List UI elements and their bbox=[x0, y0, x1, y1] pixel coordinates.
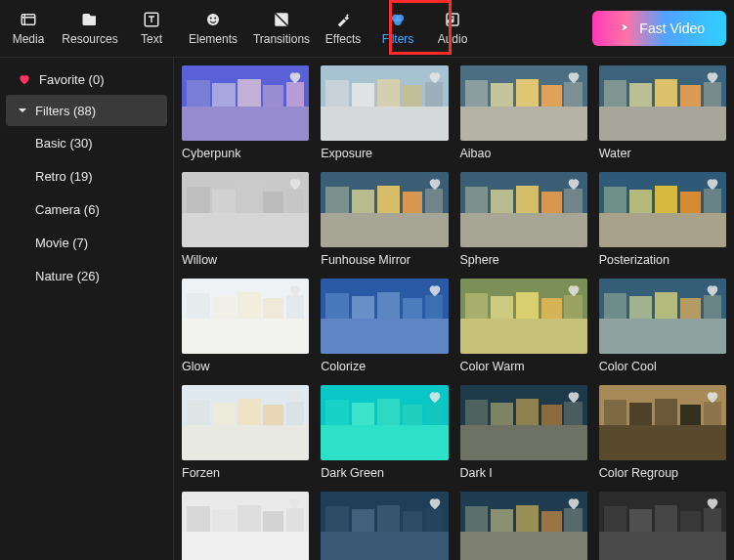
filter-tile[interactable]: Cyberpunk bbox=[182, 65, 309, 162]
main-area: Favorite (0) Filters (88) Basic (30)Retr… bbox=[0, 58, 734, 560]
filter-name: Posterization bbox=[599, 253, 726, 269]
toolbar-transitions-label: Transitions bbox=[253, 32, 310, 46]
filter-tile[interactable]: Forzen bbox=[182, 385, 309, 482]
favorite-heart-icon[interactable] bbox=[427, 495, 443, 511]
toolbar-elements-label: Elements bbox=[189, 32, 237, 46]
filter-name: Dark Green bbox=[321, 466, 448, 482]
sidebar-sub-movie[interactable]: Movie (7) bbox=[0, 226, 173, 259]
favorite-heart-icon[interactable] bbox=[287, 282, 303, 298]
filter-tile[interactable]: Posterization bbox=[599, 172, 726, 269]
filter-name: Color Warm bbox=[460, 360, 587, 375]
sidebar-sub-label: Basic (30) bbox=[35, 136, 93, 151]
sidebar-sub-camera[interactable]: Camera (6) bbox=[0, 193, 173, 226]
toolbar-elements[interactable]: Elements bbox=[180, 6, 246, 51]
sidebar-sub-basic[interactable]: Basic (30) bbox=[0, 126, 173, 159]
sidebar-sub-label: Nature (26) bbox=[35, 269, 100, 283]
filter-tile[interactable]: Dark I bbox=[460, 385, 587, 482]
toolbar-effects[interactable]: Effects bbox=[317, 6, 369, 51]
sidebar-sub-nature[interactable]: Nature (26) bbox=[0, 259, 173, 292]
filter-thumbnail bbox=[460, 279, 587, 354]
filter-name: Color Regroup bbox=[599, 466, 726, 482]
filter-name: Forzen bbox=[182, 466, 309, 482]
elements-icon bbox=[204, 11, 222, 28]
filter-tile[interactable]: Funhouse Mirror bbox=[321, 172, 448, 269]
filter-thumbnail bbox=[321, 492, 448, 560]
filter-name: Glow bbox=[182, 360, 309, 375]
filter-thumbnail bbox=[599, 385, 726, 460]
filter-grid-container: CyberpunkExposureAibaoWaterWillowFunhous… bbox=[174, 58, 734, 560]
filter-tile[interactable]: Exposure bbox=[321, 65, 448, 162]
filter-tile[interactable] bbox=[599, 492, 726, 560]
fast-video-button[interactable]: Fast Video bbox=[592, 11, 726, 46]
filter-name: Funhouse Mirror bbox=[321, 253, 448, 269]
filter-tile[interactable]: Willow bbox=[182, 172, 309, 269]
svg-point-3 bbox=[210, 18, 212, 20]
favorite-heart-icon[interactable] bbox=[705, 495, 720, 511]
favorite-heart-icon[interactable] bbox=[427, 282, 443, 298]
sidebar: Favorite (0) Filters (88) Basic (30)Retr… bbox=[0, 58, 174, 560]
sidebar-favorite-label: Favorite (0) bbox=[39, 72, 104, 87]
filters-icon bbox=[389, 11, 407, 28]
filter-name: Colorize bbox=[321, 360, 448, 375]
favorite-heart-icon[interactable] bbox=[427, 176, 443, 192]
filter-thumbnail bbox=[599, 279, 726, 354]
toolbar-filters[interactable]: Filters bbox=[371, 6, 424, 51]
favorite-heart-icon[interactable] bbox=[705, 176, 720, 192]
favorite-heart-icon[interactable] bbox=[566, 389, 582, 405]
favorite-heart-icon[interactable] bbox=[427, 69, 443, 85]
filter-name: Cyberpunk bbox=[182, 147, 309, 162]
favorite-heart-icon[interactable] bbox=[287, 389, 303, 405]
toolbar-resources-label: Resources bbox=[62, 32, 117, 46]
toolbar-transitions[interactable]: Transitions bbox=[248, 6, 315, 51]
filter-name: Water bbox=[599, 147, 726, 162]
favorite-heart-icon[interactable] bbox=[566, 282, 582, 298]
text-icon bbox=[143, 11, 160, 28]
filter-thumbnail bbox=[321, 172, 448, 247]
sidebar-favorite[interactable]: Favorite (0) bbox=[0, 64, 173, 95]
favorite-heart-icon[interactable] bbox=[287, 176, 303, 192]
filter-thumbnail bbox=[182, 385, 309, 460]
filter-tile[interactable]: Color Regroup bbox=[599, 385, 726, 482]
filter-thumbnail bbox=[460, 65, 587, 141]
favorite-heart-icon[interactable] bbox=[287, 495, 303, 511]
filter-thumbnail bbox=[599, 172, 726, 247]
favorite-heart-icon[interactable] bbox=[566, 69, 582, 85]
heart-icon bbox=[18, 72, 31, 86]
toolbar-media-label: Media bbox=[13, 32, 45, 46]
favorite-heart-icon[interactable] bbox=[705, 389, 720, 405]
filter-tile[interactable]: Glow bbox=[182, 279, 309, 375]
sidebar-sub-retro[interactable]: Retro (19) bbox=[0, 159, 173, 193]
filter-tile[interactable]: Colorize bbox=[321, 279, 448, 375]
filter-name: Dark I bbox=[460, 466, 587, 482]
audio-icon bbox=[444, 11, 461, 28]
favorite-heart-icon[interactable] bbox=[566, 495, 582, 511]
filter-tile[interactable] bbox=[321, 492, 448, 560]
toolbar-text[interactable]: Text bbox=[125, 6, 178, 51]
filter-tile[interactable]: Sphere bbox=[460, 172, 587, 269]
favorite-heart-icon[interactable] bbox=[287, 69, 303, 85]
filter-thumbnail bbox=[460, 385, 587, 460]
filter-thumbnail bbox=[321, 279, 448, 354]
filter-tile[interactable]: Color Cool bbox=[599, 279, 726, 375]
favorite-heart-icon[interactable] bbox=[427, 389, 443, 405]
sidebar-filters-group[interactable]: Filters (88) bbox=[6, 95, 167, 126]
toolbar-audio[interactable]: Audio bbox=[426, 6, 479, 51]
filter-thumbnail bbox=[460, 492, 587, 560]
filter-tile[interactable]: Color Warm bbox=[460, 279, 587, 375]
filter-tile[interactable] bbox=[182, 492, 309, 560]
toolbar-resources[interactable]: Resources bbox=[57, 6, 123, 51]
filter-tile[interactable]: Dark Green bbox=[321, 385, 448, 482]
filter-thumbnail bbox=[182, 492, 309, 560]
filter-thumbnail bbox=[182, 279, 309, 354]
filter-tile[interactable]: Aibao bbox=[460, 65, 587, 162]
filter-tile[interactable] bbox=[460, 492, 587, 560]
filter-thumbnail bbox=[599, 492, 726, 560]
filter-thumbnail bbox=[182, 65, 309, 141]
toolbar-media[interactable]: Media bbox=[2, 6, 55, 51]
favorite-heart-icon[interactable] bbox=[705, 69, 720, 85]
filter-tile[interactable]: Water bbox=[599, 65, 726, 162]
svg-point-8 bbox=[394, 19, 402, 26]
favorite-heart-icon[interactable] bbox=[705, 282, 720, 298]
favorite-heart-icon[interactable] bbox=[566, 176, 582, 192]
sidebar-sub-label: Camera (6) bbox=[35, 202, 100, 217]
